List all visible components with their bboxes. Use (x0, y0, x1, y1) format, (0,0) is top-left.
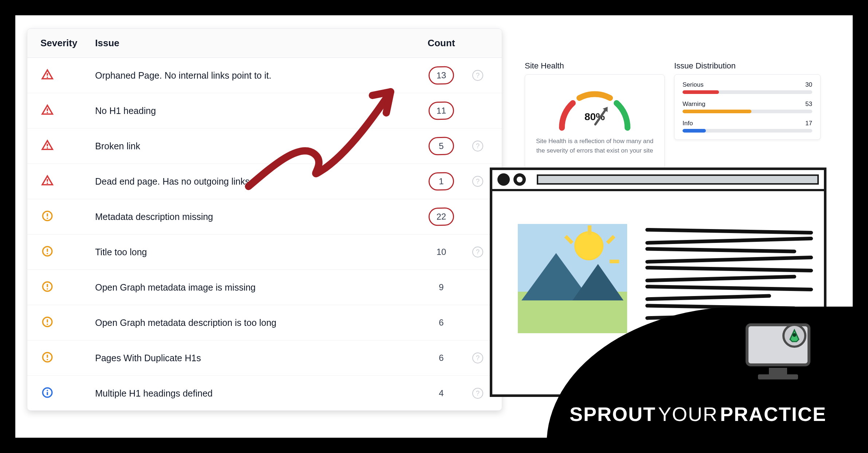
help-icon[interactable]: ? (472, 247, 483, 257)
address-bar[interactable] (537, 174, 819, 185)
severity-cell (40, 209, 95, 224)
count-cell: 5 (416, 137, 467, 155)
severity-cell (40, 280, 95, 295)
count-value: 6 (429, 314, 454, 332)
count-cell: 4 (416, 384, 467, 402)
table-body: Orphaned Page. No internal links point t… (27, 58, 502, 411)
table-row[interactable]: Broken link5? (27, 129, 502, 164)
table-row[interactable]: Multiple H1 headings defined4? (27, 376, 502, 411)
header-severity[interactable]: Severity (40, 38, 95, 49)
issue-cell: Multiple H1 headings defined (95, 388, 416, 399)
svg-point-13 (47, 253, 48, 255)
distribution-row: Serious30 (683, 81, 812, 94)
help-cell: ? (467, 352, 489, 363)
svg-point-10 (47, 218, 48, 219)
alert-triangle-icon (40, 138, 54, 152)
alert-circle-icon (40, 244, 54, 258)
issue-cell: Pages With Duplicate H1s (95, 353, 416, 363)
help-icon[interactable]: ? (472, 176, 483, 187)
help-icon[interactable]: ? (472, 141, 483, 151)
dist-bar (683, 110, 812, 113)
severity-cell (40, 174, 95, 189)
site-health-percent: 80% (551, 111, 638, 123)
severity-cell (40, 386, 95, 401)
severity-cell (40, 103, 95, 118)
info-circle-icon (40, 386, 54, 399)
issue-cell: No H1 heading (95, 106, 416, 116)
severity-cell (40, 315, 95, 330)
count-value: 9 (429, 278, 454, 296)
dist-count: 17 (805, 120, 812, 127)
issue-distribution-title: Issue Distribution (674, 61, 736, 71)
count-value: 10 (429, 243, 454, 261)
dist-bar (683, 90, 812, 94)
count-cell: 1 (416, 172, 467, 190)
dist-label: Warning (683, 101, 705, 108)
help-cell: ? (467, 176, 489, 187)
count-cell: 9 (416, 278, 467, 296)
issue-text: Pages With Duplicate H1s (95, 353, 201, 363)
issue-cell: Open Graph metadata image is missing (95, 282, 416, 293)
issue-text: Title too long (95, 247, 147, 257)
help-icon[interactable]: ? (472, 70, 483, 81)
table-row[interactable]: Dead end page. Has no outgoing links.1? (27, 164, 502, 199)
site-health-caption: Site Health is a reflection of how many … (533, 137, 656, 155)
alert-circle-icon (40, 315, 54, 329)
svg-point-3 (47, 112, 48, 113)
alert-circle-icon (40, 280, 54, 294)
issue-cell: Dead end page. Has no outgoing links. (95, 176, 416, 187)
issue-distribution-card: Serious30Warning53Info17 (674, 74, 821, 140)
site-health-card: 80% Site Health is a reflection of how m… (525, 74, 665, 169)
svg-point-19 (47, 324, 48, 325)
count-cell: 10 (416, 243, 467, 261)
site-health-gauge: 80% (551, 85, 638, 132)
table-row[interactable]: Pages With Duplicate H1s6? (27, 340, 502, 376)
issue-text: Orphaned Page. No internal links point t… (95, 70, 271, 80)
distribution-row: Info17 (683, 120, 812, 133)
svg-rect-28 (758, 374, 798, 379)
count-value: 4 (429, 384, 454, 402)
alert-circle-icon (40, 350, 54, 364)
site-health-title: Site Health (525, 61, 564, 71)
svg-point-30 (793, 333, 796, 337)
count-cell: 6 (416, 349, 467, 367)
table-row[interactable]: Metadata description missing22 (27, 199, 502, 235)
canvas: Severity Issue Count Orphaned Page. No i… (15, 15, 853, 438)
alert-triangle-icon (40, 103, 54, 117)
traffic-dot-icon (497, 173, 510, 186)
issue-cell: Broken link (95, 141, 416, 151)
table-row[interactable]: No H1 heading11 (27, 93, 502, 129)
count-value: 13 (428, 66, 454, 85)
table-row[interactable]: Orphaned Page. No internal links point t… (27, 58, 502, 93)
table-row[interactable]: Title too long10? (27, 235, 502, 270)
header-count[interactable]: Count (416, 38, 467, 49)
brand-word-1: SPROUT (570, 403, 656, 425)
alert-triangle-icon (40, 68, 54, 82)
table-row[interactable]: Open Graph metadata description is too l… (27, 305, 502, 340)
count-value: 11 (428, 101, 454, 120)
issue-cell: Open Graph metadata description is too l… (95, 318, 416, 328)
help-icon[interactable]: ? (472, 388, 483, 399)
svg-point-22 (47, 359, 48, 361)
image-placeholder-icon (518, 224, 627, 333)
svg-point-24 (47, 390, 48, 391)
monitor-rocket-icon (743, 321, 813, 383)
header-issue[interactable]: Issue (95, 38, 416, 49)
traffic-dot-icon (513, 173, 526, 186)
issue-cell: Orphaned Page. No internal links point t… (95, 70, 416, 81)
dist-count: 30 (805, 81, 812, 88)
issue-text: Dead end page. Has no outgoing links. (95, 176, 252, 186)
count-cell: 13 (416, 66, 467, 84)
count-cell: 6 (416, 314, 467, 332)
severity-cell (40, 244, 95, 260)
dist-label: Serious (683, 81, 704, 88)
svg-point-5 (47, 147, 48, 149)
help-cell: ? (467, 70, 489, 81)
help-icon[interactable]: ? (472, 352, 483, 363)
issue-text: Broken link (95, 141, 140, 151)
table-row[interactable]: Open Graph metadata image is missing9 (27, 270, 502, 305)
brand-word-2: YOUR (658, 403, 718, 425)
alert-triangle-icon (40, 174, 54, 188)
issue-cell: Metadata description missing (95, 212, 416, 222)
brand-word-3: PRACTICE (720, 403, 826, 425)
